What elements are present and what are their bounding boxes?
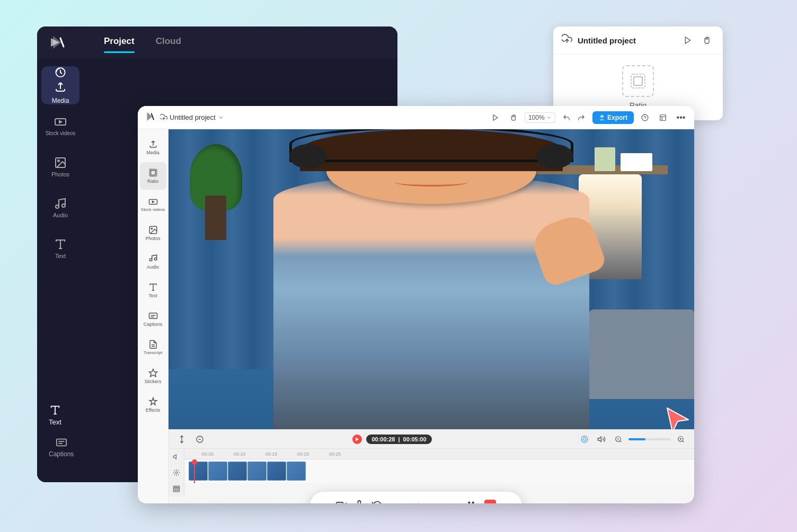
redo-button[interactable] (574, 111, 588, 125)
undo-button[interactable] (560, 111, 573, 125)
svg-line-36 (683, 440, 684, 442)
camera-button[interactable] (336, 500, 347, 503)
captions-sidebar-label: Captions (49, 450, 74, 458)
editor-sidebar-text-label: Text (148, 293, 157, 299)
stop-button[interactable] (484, 500, 496, 503)
playhead-top (192, 459, 197, 465)
editor-sidebar-stock[interactable]: Stock videos (140, 191, 166, 218)
editor-sidebar-effects[interactable]: Effects (140, 391, 166, 419)
zoom-display[interactable]: 100% (525, 112, 555, 123)
editor-controls: 100% (489, 111, 688, 125)
video-track (184, 459, 694, 483)
bg-window-header: Project Cloud (37, 26, 397, 58)
more-options-button[interactable]: ••• (674, 111, 688, 125)
timeline-content: 00:05 00:10 00:15 00:20 00:25 (184, 449, 694, 496)
plant-stem (205, 196, 226, 241)
svg-marker-6 (685, 37, 690, 43)
app-logo (48, 33, 67, 52)
sofa (589, 309, 694, 400)
rotate-button[interactable] (372, 500, 383, 503)
editor-sidebar-photos-label: Photos (145, 236, 160, 242)
delete-btn[interactable] (193, 432, 207, 446)
svg-point-19 (151, 228, 152, 229)
playback-bar: 00:04 | 01:00:00 (310, 492, 522, 503)
edit-side-btn[interactable] (169, 465, 184, 481)
editor-sidebar-text[interactable]: Text (140, 277, 166, 304)
smile (395, 178, 468, 187)
sidebar-item-photos[interactable]: Photos (41, 148, 79, 186)
split-btn[interactable] (175, 432, 189, 446)
help-button[interactable] (638, 111, 652, 125)
audio-side-btn[interactable] (169, 449, 184, 465)
headphones-band (289, 129, 573, 162)
track-thumb-1 (189, 462, 208, 481)
pause-button[interactable] (465, 500, 477, 503)
editor-sidebar-ratio[interactable]: Ratio (140, 162, 166, 190)
editor-sidebar-media[interactable]: Media (140, 134, 166, 161)
hand-tool-button[interactable] (699, 33, 714, 48)
panel-header-actions (680, 33, 714, 48)
timeline-ruler: 00:05 00:10 00:15 00:20 00:25 (184, 449, 694, 459)
play-button-top[interactable] (680, 33, 695, 48)
svg-point-11 (642, 114, 648, 121)
svg-marker-27 (356, 437, 359, 441)
editor-sidebar-effects-label: Effects (146, 407, 160, 413)
sidebar-item-text[interactable]: Text (41, 229, 79, 268)
zoom-slider[interactable] (628, 438, 671, 440)
svg-point-3 (58, 160, 59, 162)
editor-project-title: Untitled project (170, 113, 216, 121)
track-thumb-2 (208, 462, 227, 481)
track-thumbnails (189, 462, 692, 481)
svg-rect-42 (336, 502, 343, 503)
mic-button[interactable] (354, 500, 365, 503)
editor-sidebar-captions[interactable]: Captions (140, 305, 166, 333)
sidebar-label-media: Media (52, 97, 69, 104)
svg-rect-8 (634, 77, 642, 85)
audio-viz-btn[interactable] (578, 432, 591, 446)
editor-project-name[interactable]: Untitled project (160, 113, 224, 121)
ruler-marks: 00:05 00:10 00:15 00:20 00:25 (192, 451, 351, 457)
svg-rect-46 (57, 439, 66, 446)
sidebar-item-audio[interactable]: Audio (41, 189, 79, 227)
sidebar-item-media[interactable]: Media (41, 66, 79, 104)
track-thumb-4 (247, 462, 267, 481)
time-display-area: 00:00:28 | 00:05:00 (352, 435, 431, 444)
zoom-plus-btn[interactable] (674, 432, 688, 446)
tab-cloud[interactable]: Cloud (156, 36, 181, 49)
editor-sidebar-transcript[interactable]: Transcript (140, 334, 166, 361)
svg-line-32 (620, 440, 622, 442)
svg-marker-29 (598, 437, 601, 441)
tab-project[interactable]: Project (104, 36, 135, 49)
panel-header: Untitled project (553, 26, 723, 55)
svg-point-28 (581, 436, 588, 442)
playback-current-time: 00:04 (390, 501, 410, 504)
hand-ctrl-btn[interactable] (507, 111, 520, 125)
person (273, 174, 589, 429)
export-button[interactable]: Export (592, 111, 634, 124)
headphones-right (536, 144, 573, 168)
svg-rect-16 (150, 170, 155, 175)
undo-redo-controls (560, 111, 588, 125)
ratio-icon[interactable] (622, 65, 654, 97)
editor-sidebar-photos[interactable]: Photos (140, 219, 166, 247)
audio-toggle-btn[interactable] (595, 432, 608, 446)
text-sidebar-item[interactable]: Text (49, 404, 61, 426)
timeline-time-display: 00:00:28 | 00:05:00 (366, 435, 431, 444)
sidebar-item-stock-videos[interactable]: Stock videos (41, 107, 79, 145)
editor-sidebar-stickers[interactable]: Stickers (140, 362, 166, 390)
shelf-plant (595, 147, 616, 171)
settings-button[interactable] (656, 111, 670, 125)
editor-sidebar-captions-label: Captions (144, 322, 163, 327)
timeline-wrapper: 00:05 00:10 00:15 00:20 00:25 (169, 449, 694, 496)
zoom-minus-btn[interactable] (612, 432, 625, 446)
tracks-side-btn[interactable] (169, 481, 184, 496)
play-ctrl-btn[interactable] (489, 111, 502, 125)
sidebar-item-media-label (54, 81, 67, 95)
captions-sidebar-item[interactable]: Captions (49, 437, 74, 458)
rec-indicator (352, 435, 362, 444)
editor-sidebar-transcript-label: Transcript (144, 350, 162, 356)
zoom-slider-fill (628, 438, 645, 440)
video-preview (169, 129, 694, 429)
editor-main-area: 00:00:28 | 00:05:00 (169, 129, 694, 503)
editor-sidebar-audio[interactable]: Audio (140, 248, 166, 276)
